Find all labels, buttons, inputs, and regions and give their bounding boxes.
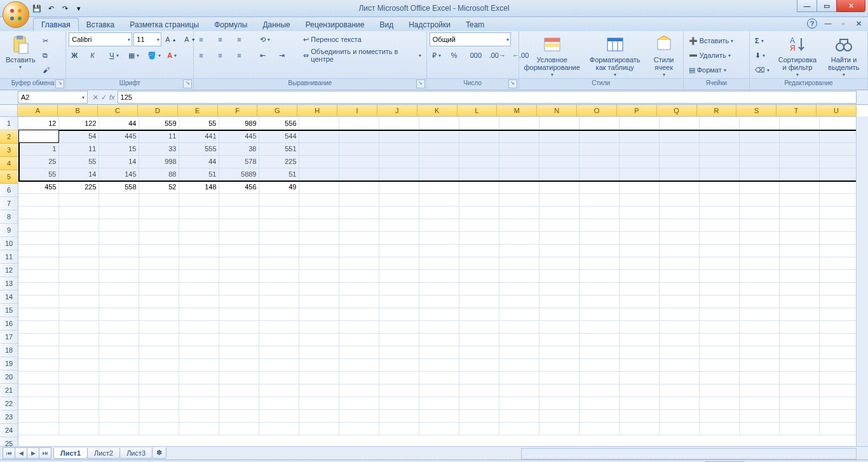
cell[interactable] [779, 346, 819, 358]
cell[interactable] [419, 168, 459, 180]
cell[interactable] [379, 422, 419, 435]
column-header[interactable]: N [537, 105, 577, 116]
cell[interactable]: 551 [259, 142, 299, 155]
cell[interactable] [219, 346, 259, 358]
cell[interactable] [259, 384, 299, 397]
cell[interactable] [659, 371, 699, 384]
cell[interactable] [179, 358, 219, 371]
cell[interactable] [499, 269, 539, 282]
cell[interactable] [499, 333, 539, 346]
cell[interactable] [499, 206, 539, 219]
horizontal-scrollbar[interactable] [521, 448, 857, 459]
cell[interactable] [219, 231, 259, 244]
cell[interactable] [659, 346, 699, 358]
cell[interactable] [259, 244, 299, 257]
cell[interactable]: 558 [98, 180, 139, 193]
cell[interactable] [58, 320, 98, 333]
tab-вставка[interactable]: Вставка [79, 18, 123, 31]
cell[interactable]: 125 [18, 130, 58, 142]
cell[interactable] [539, 142, 579, 155]
row-header[interactable]: 25 [0, 437, 18, 446]
column-header[interactable]: M [497, 105, 537, 116]
cell[interactable]: 148 [179, 180, 219, 193]
cell[interactable] [18, 384, 58, 397]
cell[interactable] [419, 358, 459, 371]
cell[interactable] [459, 397, 499, 409]
cell[interactable] [379, 193, 419, 206]
row-header[interactable]: 21 [0, 384, 18, 397]
minimize-button[interactable]: — [797, 0, 817, 12]
cell[interactable] [499, 142, 539, 155]
cell[interactable] [219, 358, 259, 371]
cell[interactable] [539, 193, 579, 206]
currency-button[interactable]: ₽▾ [430, 48, 447, 62]
cell[interactable] [459, 384, 499, 397]
column-header[interactable]: E [178, 105, 218, 116]
cell[interactable] [619, 371, 659, 384]
cell[interactable] [259, 409, 299, 422]
sheet-nav-last-icon[interactable]: ⏭ [39, 447, 51, 459]
cell[interactable] [58, 206, 98, 219]
cell[interactable] [58, 282, 98, 295]
cell[interactable]: 441 [179, 130, 219, 142]
cell[interactable] [659, 320, 699, 333]
cell[interactable] [659, 257, 699, 269]
cell[interactable] [58, 308, 98, 320]
cell[interactable] [739, 168, 779, 180]
cell[interactable] [18, 257, 58, 269]
cell[interactable] [539, 219, 579, 231]
cell[interactable]: 54 [58, 130, 98, 142]
cell[interactable] [219, 257, 259, 269]
cell[interactable] [779, 155, 819, 168]
column-header[interactable]: S [736, 105, 776, 116]
cell[interactable] [579, 282, 619, 295]
cell[interactable] [339, 409, 379, 422]
cell[interactable] [739, 219, 779, 231]
cell[interactable] [219, 409, 259, 422]
cell[interactable] [339, 193, 379, 206]
font-size-combo[interactable]: 11▾ [133, 32, 161, 46]
sort-filter-button[interactable]: AЯ Сортировка и фильтр▾ [773, 32, 822, 78]
cell[interactable] [419, 231, 459, 244]
cell[interactable] [659, 358, 699, 371]
cell[interactable] [179, 282, 219, 295]
cell[interactable] [499, 180, 539, 193]
cancel-formula-icon[interactable]: ✕ [93, 93, 98, 102]
tab-формулы[interactable]: Формулы [207, 18, 255, 31]
cell[interactable]: 445 [219, 130, 259, 142]
cell[interactable] [779, 244, 819, 257]
cell[interactable] [179, 244, 219, 257]
tab-вид[interactable]: Вид [372, 18, 401, 31]
row-header[interactable]: 17 [0, 330, 18, 344]
cell[interactable] [419, 371, 459, 384]
align-middle-button[interactable]: ≡ [215, 32, 233, 46]
cell[interactable] [579, 219, 619, 231]
cell[interactable] [339, 206, 379, 219]
percent-button[interactable]: % [449, 48, 466, 62]
column-header[interactable]: H [297, 105, 337, 116]
cell[interactable] [179, 308, 219, 320]
cell[interactable] [219, 282, 259, 295]
cell[interactable] [699, 282, 739, 295]
row-header[interactable]: 19 [0, 357, 18, 370]
cell[interactable] [299, 219, 339, 231]
cell[interactable] [379, 320, 419, 333]
cell[interactable] [299, 117, 339, 130]
column-header[interactable]: C [98, 105, 138, 116]
cell[interactable] [299, 206, 339, 219]
cell[interactable] [819, 308, 859, 320]
cell[interactable] [58, 409, 98, 422]
cell[interactable]: 44 [98, 117, 139, 130]
cell[interactable]: 544 [259, 130, 299, 142]
cell[interactable] [219, 219, 259, 231]
cell[interactable] [139, 371, 179, 384]
cell[interactable] [259, 397, 299, 409]
format-as-table-button[interactable]: Форматировать как таблицу▾ [584, 32, 646, 78]
cell[interactable] [499, 422, 539, 435]
sheet-tab[interactable]: Лист2 [87, 448, 120, 459]
cell[interactable] [699, 333, 739, 346]
cell[interactable] [699, 231, 739, 244]
cell[interactable] [419, 320, 459, 333]
column-header[interactable]: J [377, 105, 417, 116]
cell[interactable] [18, 397, 58, 409]
